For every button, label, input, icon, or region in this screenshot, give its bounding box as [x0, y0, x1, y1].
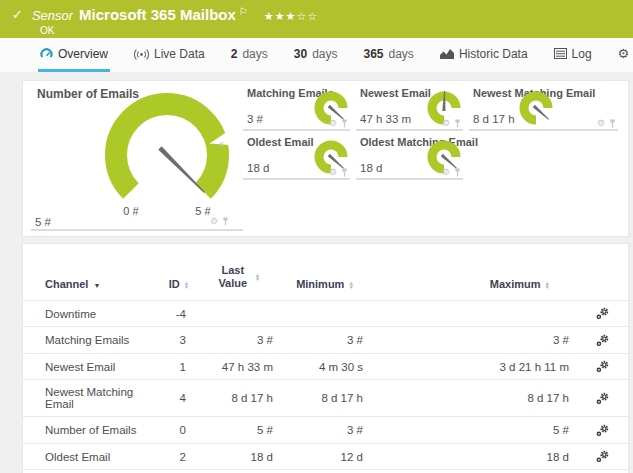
tab-365-days[interactable]: 365 days [361, 38, 415, 72]
gauge-newest-matching-email: Newest Matching Email 8 d 17 h ⚙ [469, 87, 618, 131]
channel-minimum [275, 301, 375, 327]
tab-overview[interactable]: Overview [38, 38, 110, 72]
channel-name: Newest Email [23, 353, 158, 379]
stars-empty[interactable]: ☆☆ [296, 10, 318, 22]
gauge-scale-min: 0 # [116, 205, 146, 217]
tab-log-label: Log [572, 47, 592, 61]
broadcast-icon [134, 48, 149, 60]
pin-icon[interactable] [222, 217, 229, 226]
channel-settings-icon[interactable] [596, 392, 609, 405]
tab-historic-data[interactable]: Historic Data [438, 38, 530, 72]
column-header-maximum[interactable]: Maximum [375, 244, 575, 301]
channel-minimum: 8 d 17 h [275, 380, 375, 417]
channels-table-panel: Channel▼ ID Last Value Minimum Maximum D… [22, 243, 629, 473]
tab-log[interactable]: Log [552, 38, 594, 72]
gauge-current-value: 8 d 17 h [473, 113, 515, 125]
table-header-row: Channel▼ ID Last Value Minimum Maximum [23, 244, 630, 301]
channel-name: Number of Emails [23, 417, 158, 443]
small-gauges-grid: Matching Emails 3 # ⚙ Newest Email [243, 87, 618, 236]
log-icon [554, 48, 567, 59]
channel-settings-icon[interactable] [596, 450, 609, 463]
channel-id: 3 [158, 327, 200, 353]
gauge-current-value: 18 d [360, 162, 382, 174]
channel-name: Oldest Email [23, 443, 158, 469]
gauge-newest-email: Newest Email 47 h 33 m ⚙ [356, 87, 463, 131]
sort-icon [184, 281, 189, 290]
status-badge: OK [40, 25, 318, 36]
flag-icon[interactable]: ⚐ [239, 6, 248, 17]
gauge-oldest-email: Oldest Email 18 d ⚙ [243, 136, 350, 180]
channel-last-value [200, 301, 275, 327]
channel-name: Newest Matching Email [23, 380, 158, 417]
tab-30-days-unit: days [312, 47, 337, 61]
channel-settings-icon[interactable]: ⚙ [442, 119, 450, 128]
channel-id: 0 [158, 417, 200, 443]
channel-settings-icon[interactable] [596, 424, 609, 437]
tab-bar: Overview Live Data 2 days 30 days 365 da… [0, 38, 633, 72]
channel-maximum [375, 301, 575, 327]
channel-maximum: 3 d 21 h 11 m [375, 353, 575, 379]
gauge-needle [158, 146, 206, 194]
pin-icon[interactable] [454, 119, 461, 128]
channel-maximum: 3 # [375, 327, 575, 353]
table-row-newest-email: Newest Email 1 47 h 33 m 4 m 30 s 3 d 21… [23, 353, 630, 379]
column-header-channel[interactable]: Channel▼ [23, 244, 158, 301]
channel-last-value: 3 # [200, 327, 275, 353]
column-header-id[interactable]: ID [158, 244, 200, 301]
table-row-matching-emails: Matching Emails 3 3 # 3 # 3 # [23, 327, 630, 353]
channel-maximum: 8 d 17 h [375, 380, 575, 417]
sort-icon [255, 273, 260, 282]
channel-settings-icon[interactable]: ⚙ [442, 168, 450, 177]
channel-settings-icon[interactable]: ⚙ [210, 217, 218, 226]
column-header-minimum[interactable]: Minimum [275, 244, 375, 301]
channel-id: 1 [158, 353, 200, 379]
channel-minimum: 3 # [275, 417, 375, 443]
sort-icon [545, 281, 550, 290]
tab-live-data-label: Live Data [154, 47, 205, 61]
channel-last-value: 18 d [200, 443, 275, 469]
gauge-number-of-emails: Number of Emails x 0 # 5 # 5 # ⚙ [31, 87, 243, 231]
gauge-oldest-matching-email: Oldest Matching Email 18 d ⚙ [356, 136, 463, 180]
channel-name: Downtime [23, 301, 158, 327]
pin-icon[interactable] [609, 119, 616, 128]
channel-id: 4 [158, 380, 200, 417]
priority-stars[interactable]: ★★★☆☆ [264, 10, 318, 23]
channel-maximum: 18 d [375, 443, 575, 469]
channels-table: Channel▼ ID Last Value Minimum Maximum D… [23, 244, 630, 473]
gear-icon: ⚙ [618, 47, 630, 60]
tab-2-days[interactable]: 2 days [229, 38, 270, 72]
channel-settings-icon[interactable] [596, 307, 609, 320]
channel-minimum: 12 d [275, 443, 375, 469]
channel-minimum: 4 m 30 s [275, 353, 375, 379]
tab-365-days-unit: days [389, 47, 414, 61]
stars-filled[interactable]: ★★★ [264, 10, 297, 22]
main-gauge-dial [95, 91, 239, 213]
channel-settings-icon[interactable]: ⚙ [597, 119, 605, 128]
column-header-last-value[interactable]: Last Value [200, 244, 275, 301]
tab-settings[interactable]: ⚙ Settings [616, 38, 633, 72]
tab-historic-data-label: Historic Data [459, 47, 528, 61]
tab-365-days-number: 365 [363, 47, 383, 61]
channel-settings-icon[interactable] [596, 334, 609, 347]
gauge-current-value: 47 h 33 m [360, 113, 411, 125]
pin-icon[interactable] [341, 168, 348, 177]
tab-2-days-number: 2 [231, 47, 238, 61]
channel-maximum: 5 # [375, 417, 575, 443]
channel-settings-icon[interactable]: ⚙ [329, 119, 337, 128]
table-row-downtime: Downtime -4 [23, 301, 630, 327]
pin-icon[interactable] [454, 168, 461, 177]
page-title: Microsoft 365 Mailbox [79, 6, 236, 23]
channel-id: 2 [158, 443, 200, 469]
channel-last-value: 47 h 33 m [200, 353, 275, 379]
small-gauge-dial [517, 90, 555, 128]
channel-settings-icon[interactable] [596, 360, 609, 373]
gauge-current-value: 3 # [247, 113, 263, 125]
gauges-panel: Number of Emails x 0 # 5 # 5 # ⚙ Matchin… [22, 80, 629, 237]
channel-settings-icon[interactable]: ⚙ [329, 168, 337, 177]
marker-x-icon: x [219, 139, 224, 149]
tab-30-days[interactable]: 30 days [292, 38, 340, 72]
tab-live-data[interactable]: Live Data [132, 38, 207, 72]
pin-icon[interactable] [341, 119, 348, 128]
channel-name: Matching Emails [23, 327, 158, 353]
gauge-matching-emails: Matching Emails 3 # ⚙ [243, 87, 350, 131]
